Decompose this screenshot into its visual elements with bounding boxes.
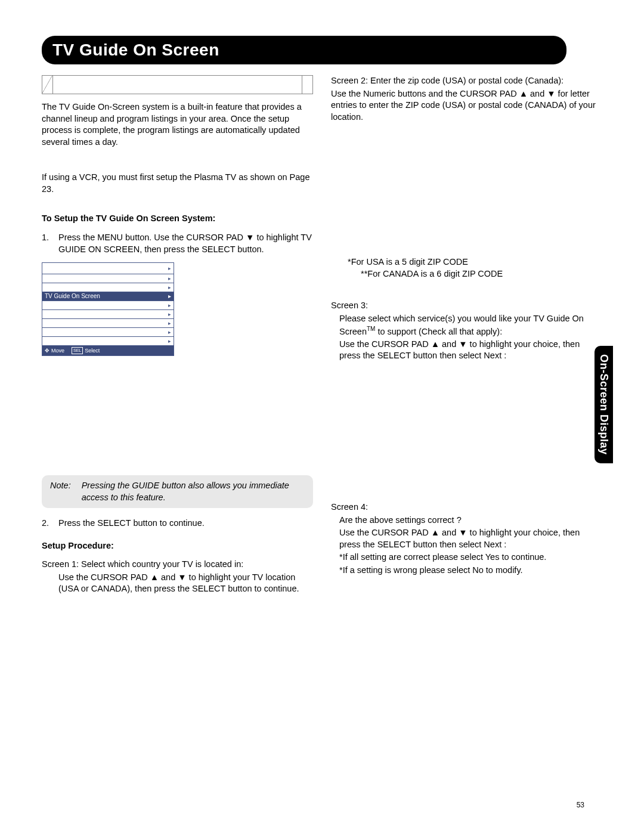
list-item: 1. Press the MENU button. Use the CURSOR… [42,232,313,255]
screen2-line1: Screen 2: Enter the zip code (USA) or po… [331,75,602,87]
setup-steps-list-2: 2. Press the SELECT button to continue. [42,518,313,529]
two-column-layout: The TV Guide On-Screen system is a built… [42,75,602,603]
screen1-line1: Screen 1: Select which country your TV i… [42,559,313,571]
list-number: 1. [42,232,58,255]
menu-row-blank: ▸ [42,328,174,337]
chevron-right-icon: ▸ [168,329,171,336]
menu-row-blank: ▸ [42,263,174,274]
side-section-tab: On-Screen Display [595,346,613,463]
move-icon: ✥ [45,347,49,354]
list-number: 2. [42,518,58,529]
menu-footer: ✥Move SELSelect [42,346,174,355]
page-number: 53 [577,801,584,809]
move-label: Move [51,347,64,354]
setup-steps-list: 1. Press the MENU button. Use the CURSOR… [42,232,313,255]
screen3-label: Screen 3: [331,300,602,312]
osd-menu-figure: ▸ ▸ ▸ TV Guide On Screen ▸ ▸ ▸ ▸ ▸ ▸ ✥Mo… [42,262,174,356]
chevron-right-icon: ▸ [168,292,171,301]
tm-mark: TM [367,326,375,332]
screen2-line2: Use the Numeric buttons and the CURSOR P… [331,88,602,123]
zip-canada: **For CANADA is a 6 digit ZIP CODE [344,268,602,280]
screen4-line4: *If a setting is wrong please select No … [331,565,602,577]
note-label: Note: [50,480,71,503]
sel-button-icon: SEL [72,347,83,354]
section-title-bar: TV Guide On Screen [42,36,566,64]
step-2-text: Press the SELECT button to continue. [58,518,313,529]
screen4-line1: Are the above settings correct ? [331,515,602,527]
step-1-text: Press the MENU button. Use the CURSOR PA… [58,232,313,255]
left-column: The TV Guide On-Screen system is a built… [42,75,313,603]
screen1-line2: Use the CURSOR PAD ▲ and ▼ to highlight … [42,572,313,595]
screen4-line2: Use the CURSOR PAD ▲ and ▼ to highlight … [331,527,602,550]
menu-row-blank: ▸ [42,337,174,346]
menu-row-blank: ▸ [42,274,174,283]
vcr-note: If using a VCR, you must first setup the… [42,172,313,195]
manual-page: TV Guide On Screen The TV Guide On-Scree… [0,0,644,833]
menu-row-highlighted: TV Guide On Screen ▸ [42,292,174,301]
chevron-right-icon: ▸ [168,311,171,318]
setup-heading: To Setup the TV Guide On Screen System: [42,213,313,225]
right-column: Screen 2: Enter the zip code (USA) or po… [331,75,602,603]
list-item: 2. Press the SELECT button to continue. [42,518,313,529]
chevron-right-icon: ▸ [168,284,171,291]
bookmark-ribbon-icon [42,75,313,94]
intro-paragraph: The TV Guide On-Screen system is a built… [42,101,313,148]
zip-usa: *For USA is a 5 digit ZIP CODE [331,256,602,268]
note-box: Note: Pressing the GUIDE button also all… [42,475,313,508]
screen3-line1: Please select which service(s) you would… [331,313,602,337]
select-label: Select [85,347,100,354]
menu-row-blank: ▸ [42,319,174,328]
chevron-right-icon: ▸ [168,320,171,327]
section-title: TV Guide On Screen [52,41,219,59]
menu-row-blank: ▸ [42,283,174,292]
screen4-label: Screen 4: [331,501,602,513]
chevron-right-icon: ▸ [168,275,171,282]
menu-item-label: TV Guide On Screen [45,292,100,301]
screen3-line2: Use the CURSOR PAD ▲ and ▼ to highlight … [331,339,602,362]
chevron-right-icon: ▸ [168,265,171,272]
menu-row-blank: ▸ [42,310,174,319]
chevron-right-icon: ▸ [168,337,171,345]
procedure-heading: Setup Procedure: [42,540,313,552]
screen3-text-post: to support (Check all that apply): [375,326,502,336]
screen4-line3: *If all setting are correct please selec… [331,552,602,563]
note-text: Pressing the GUIDE button also allows yo… [82,480,305,503]
menu-row-blank: ▸ [42,301,174,310]
chevron-right-icon: ▸ [168,302,171,309]
